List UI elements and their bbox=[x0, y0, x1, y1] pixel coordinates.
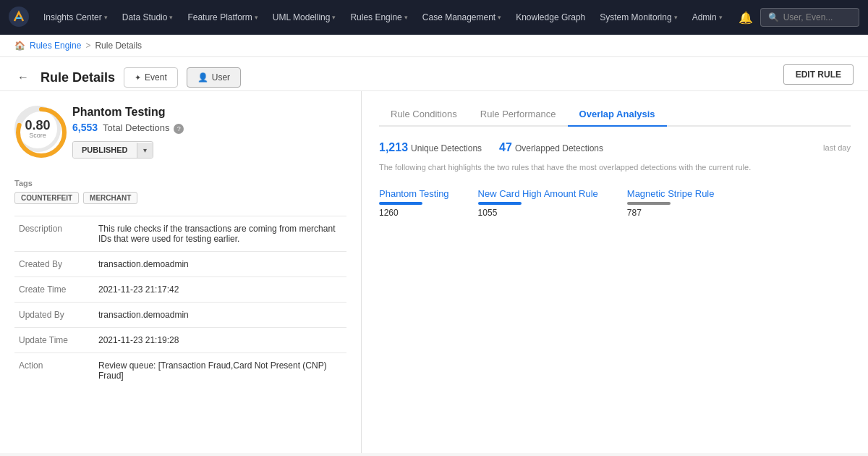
detail-value: Review queue: [Transaction Fraud,Card No… bbox=[94, 353, 346, 389]
tags-label: Tags bbox=[14, 179, 346, 187]
rule-detections: 6,553 Total Detections ? bbox=[72, 122, 346, 134]
table-row: Update Time 2021-11-23 21:19:28 bbox=[14, 328, 346, 353]
overlapped-label: Overlapped Detections bbox=[515, 143, 603, 153]
user-icon: 👤 bbox=[197, 72, 208, 83]
svg-point-0 bbox=[9, 7, 29, 27]
nav-item-data-studio[interactable]: Data Studio ▾ bbox=[116, 8, 179, 27]
chevron-down-icon: ▾ bbox=[404, 14, 408, 21]
overlap-rules: Phantom Testing 1260 New Card High Amoun… bbox=[379, 188, 851, 218]
chevron-down-icon: ▾ bbox=[169, 14, 173, 21]
main-content: 0.80 Score Phantom Testing 6,553 Total D… bbox=[0, 91, 868, 453]
logo bbox=[9, 7, 35, 29]
unique-detections-label: Unique Detections bbox=[411, 143, 482, 153]
overlapped-detections-stat: 47 Overlapped Detections bbox=[499, 141, 603, 154]
global-search[interactable]: 🔍 User, Even... bbox=[760, 8, 859, 27]
page-title: Rule Details bbox=[41, 70, 115, 85]
chevron-down-icon: ▾ bbox=[104, 14, 108, 21]
overlap-rule-phantom: Phantom Testing 1260 bbox=[379, 188, 449, 218]
home-icon[interactable]: 🏠 bbox=[14, 41, 25, 51]
chevron-down-icon: ▾ bbox=[498, 14, 501, 21]
breadcrumb: 🏠 Rules Engine > Rule Details bbox=[0, 35, 868, 57]
top-navigation: Insights Center ▾ Data Studio ▾ Feature … bbox=[0, 0, 868, 35]
table-row: Action Review queue: [Transaction Fraud,… bbox=[14, 353, 346, 389]
nav-item-feature-platform[interactable]: Feature Platform ▾ bbox=[182, 8, 263, 27]
nav-item-rules-engine[interactable]: Rules Engine ▾ bbox=[344, 8, 413, 27]
chevron-down-icon: ▾ bbox=[719, 14, 723, 21]
user-tab-button[interactable]: 👤 User bbox=[187, 67, 241, 88]
stats-row: 1,213 Unique Detections 47 Overlapped De… bbox=[379, 141, 851, 154]
detail-value: transaction.demoadmin bbox=[94, 303, 346, 328]
unique-detections-stat: 1,213 Unique Detections bbox=[379, 141, 482, 154]
nav-item-case-management[interactable]: Case Management ▾ bbox=[417, 8, 507, 27]
detail-key: Description bbox=[14, 216, 94, 252]
score-label: Score bbox=[29, 132, 46, 139]
breadcrumb-rules-engine[interactable]: Rules Engine bbox=[30, 41, 81, 51]
unique-detections-count: 1,213 bbox=[379, 141, 408, 154]
page-header: ← Rule Details ✦ Event 👤 User EDIT RULE bbox=[0, 57, 868, 91]
overlap-rule-bar bbox=[627, 202, 671, 205]
table-row: Created By transaction.demoadmin bbox=[14, 252, 346, 277]
status-dropdown[interactable]: PUBLISHED ▾ bbox=[72, 141, 153, 159]
nav-item-insights-center[interactable]: Insights Center ▾ bbox=[38, 8, 114, 27]
overlap-rule-count: 787 bbox=[627, 208, 715, 218]
event-tab-button[interactable]: ✦ Event bbox=[124, 67, 178, 88]
search-icon: 🔍 bbox=[768, 12, 779, 22]
detail-value: 2021-11-23 21:17:42 bbox=[94, 277, 346, 303]
nav-item-system-monitoring[interactable]: System Monitoring ▾ bbox=[594, 8, 683, 27]
nav-item-knowledge-graph[interactable]: Knowledge Graph bbox=[510, 8, 591, 27]
rule-header: 0.80 Score Phantom Testing 6,553 Total D… bbox=[14, 106, 346, 167]
score-value: 0.80 bbox=[25, 119, 50, 132]
detail-key: Create Time bbox=[14, 277, 94, 303]
nav-item-admin[interactable]: Admin ▾ bbox=[686, 8, 728, 27]
right-panel: Rule Conditions Rule Performance Overlap… bbox=[362, 91, 868, 453]
tab-rule-performance[interactable]: Rule Performance bbox=[469, 103, 568, 127]
bell-icon[interactable]: 🔔 bbox=[734, 7, 757, 29]
detail-value: This rule checks if the transactions are… bbox=[94, 216, 346, 252]
overlap-rule-magnetic: Magnetic Stripe Rule 787 bbox=[627, 188, 715, 218]
overlap-rule-name[interactable]: Phantom Testing bbox=[379, 188, 449, 199]
tag-counterfeit: COUNTERFEIT bbox=[14, 192, 79, 204]
score-circle: 0.80 Score bbox=[14, 106, 61, 152]
detail-key: Action bbox=[14, 353, 94, 389]
chevron-down-icon: ▾ bbox=[255, 14, 258, 21]
details-table: Description This rule checks if the tran… bbox=[14, 216, 346, 388]
overlapped-count: 47 bbox=[499, 141, 512, 154]
table-row: Description This rule checks if the tran… bbox=[14, 216, 346, 252]
rule-name: Phantom Testing bbox=[72, 106, 346, 119]
detail-key: Created By bbox=[14, 252, 94, 277]
overlap-rule-count: 1260 bbox=[379, 208, 449, 218]
detail-value: transaction.demoadmin bbox=[94, 252, 346, 277]
left-panel: 0.80 Score Phantom Testing 6,553 Total D… bbox=[0, 91, 362, 453]
time-filter: last day bbox=[823, 143, 851, 152]
dropdown-caret-icon[interactable]: ▾ bbox=[137, 143, 153, 158]
tags-section: Tags COUNTERFEIT MERCHANT bbox=[14, 179, 346, 204]
event-icon: ✦ bbox=[135, 73, 141, 83]
overlap-rule-bar bbox=[478, 202, 522, 205]
overlap-rule-name[interactable]: New Card High Amount Rule bbox=[478, 188, 598, 199]
overlap-rule-bar bbox=[379, 202, 422, 205]
tags-row: COUNTERFEIT MERCHANT bbox=[14, 192, 346, 204]
detail-key: Update Time bbox=[14, 328, 94, 353]
breadcrumb-current: Rule Details bbox=[95, 41, 142, 51]
help-icon[interactable]: ? bbox=[174, 124, 184, 134]
rule-info: Phantom Testing 6,553 Total Detections ?… bbox=[72, 106, 346, 167]
table-row: Create Time 2021-11-23 21:17:42 bbox=[14, 277, 346, 303]
overlap-rule-new-card: New Card High Amount Rule 1055 bbox=[478, 188, 598, 218]
detail-value: 2021-11-23 21:19:28 bbox=[94, 328, 346, 353]
tab-overlap-analysis[interactable]: Overlap Analysis bbox=[568, 103, 667, 127]
chevron-down-icon: ▾ bbox=[674, 14, 678, 21]
tab-rule-conditions[interactable]: Rule Conditions bbox=[379, 103, 469, 127]
table-row: Updated By transaction.demoadmin bbox=[14, 303, 346, 328]
chevron-down-icon: ▾ bbox=[332, 14, 336, 21]
nav-item-uml-modelling[interactable]: UML Modelling ▾ bbox=[267, 8, 342, 27]
chart-description: The following chart highlights the two r… bbox=[379, 161, 851, 174]
back-button[interactable]: ← bbox=[14, 68, 32, 87]
breadcrumb-separator: > bbox=[85, 41, 90, 51]
edit-rule-button[interactable]: EDIT RULE bbox=[783, 64, 854, 85]
overlap-rule-count: 1055 bbox=[478, 208, 598, 218]
overlap-rule-name[interactable]: Magnetic Stripe Rule bbox=[627, 188, 715, 199]
analysis-tabs: Rule Conditions Rule Performance Overlap… bbox=[379, 103, 851, 127]
tag-merchant: MERCHANT bbox=[83, 192, 137, 204]
detail-key: Updated By bbox=[14, 303, 94, 328]
